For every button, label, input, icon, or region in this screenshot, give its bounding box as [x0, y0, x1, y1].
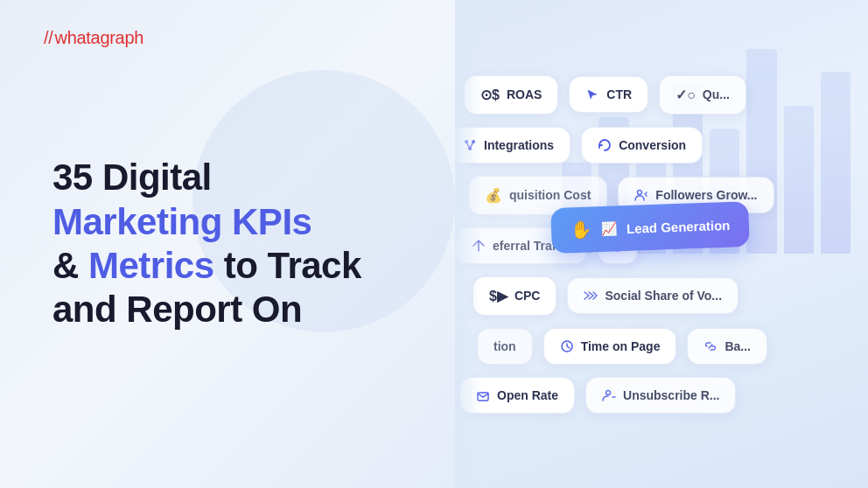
kpi-card-unsubscribe[interactable]: Unsubscribe R... — [585, 377, 736, 414]
svg-point-11 — [606, 390, 611, 394]
conversion-icon — [598, 138, 612, 152]
kpi-card-cpc[interactable]: $▶ CPC — [472, 276, 556, 316]
ctr-icon — [585, 87, 599, 101]
left-fade-overlay — [455, 0, 481, 488]
kpi-card-backlinks[interactable]: Ba... — [687, 328, 767, 365]
kpi-row-5: $▶ CPC Social Share of Vo... — [472, 276, 868, 316]
kpi-card-quality[interactable]: ✓○ Qu... — [659, 75, 746, 115]
time-icon — [560, 339, 574, 353]
headline: 35 Digital Marketing KPIs & Metrics to T… — [52, 156, 402, 332]
kpi-card-conversion[interactable]: Conversion — [581, 127, 703, 164]
roas-icon: ⊙$ — [480, 87, 500, 103]
kpi-row-2: Integrations Conversion — [455, 127, 868, 164]
kpi-card-time-on-page[interactable]: Time on Page — [543, 328, 677, 365]
cursor-icon: ✋ — [570, 220, 593, 241]
left-panel: whatagraph 35 Digital Marketing KPIs & M… — [0, 0, 455, 488]
followers-icon — [634, 188, 648, 202]
kpi-card-social-share[interactable]: Social Share of Vo... — [567, 277, 738, 314]
logo: whatagraph — [44, 28, 144, 48]
unsubscribe-icon — [602, 388, 616, 402]
svg-point-5 — [638, 191, 642, 195]
kpi-row-7: Open Rate Unsubscribe R... — [459, 377, 868, 414]
kpi-card-ctr[interactable]: CTR — [569, 76, 648, 113]
kpi-row-6: tion Time on Page Ba... — [477, 328, 868, 365]
acquisition-icon: 💰 — [485, 187, 502, 204]
logo-text: whatagraph — [44, 28, 144, 47]
backlinks-icon — [704, 339, 718, 353]
kpi-row-1: ⊙$ ROAS CTR ✓○ Qu... — [464, 75, 868, 115]
quality-icon: ✓○ — [676, 87, 696, 103]
social-share-icon — [584, 289, 598, 303]
kpi-card-tion[interactable]: tion — [477, 328, 533, 365]
lead-gen-icon: 📈 — [601, 221, 619, 238]
featured-card-lead-generation[interactable]: ✋ 📈 Lead Generation — [550, 201, 750, 254]
right-panel: ⊙$ ROAS CTR ✓○ Qu... — [455, 0, 868, 488]
page-title: 35 Digital Marketing KPIs & Metrics to T… — [52, 156, 402, 332]
cpc-icon: $▶ — [489, 288, 508, 304]
